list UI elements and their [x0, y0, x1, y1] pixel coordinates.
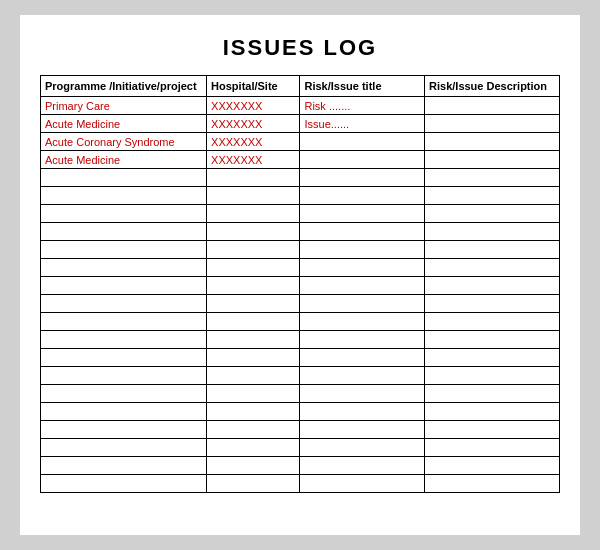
cell-programme: Acute Medicine [41, 115, 207, 133]
cell-risk_title [300, 457, 425, 475]
table-row: Acute MedicineXXXXXXX [41, 151, 560, 169]
cell-programme [41, 475, 207, 493]
header-risk-desc: Risk/Issue Description [425, 76, 560, 97]
table-row: Acute MedicineXXXXXXXIssue...... [41, 115, 560, 133]
cell-hospital [207, 403, 300, 421]
issues-log-table: Programme /Initiative/project Hospital/S… [40, 75, 560, 493]
cell-risk_desc [425, 115, 560, 133]
cell-hospital [207, 385, 300, 403]
cell-risk_desc [425, 187, 560, 205]
table-row [41, 385, 560, 403]
cell-risk_title [300, 295, 425, 313]
cell-hospital [207, 295, 300, 313]
table-row [41, 277, 560, 295]
cell-risk_desc [425, 277, 560, 295]
page: ISSUES LOG Programme /Initiative/project… [20, 15, 580, 535]
table-row [41, 313, 560, 331]
cell-hospital: XXXXXXX [207, 151, 300, 169]
cell-programme [41, 205, 207, 223]
cell-hospital [207, 169, 300, 187]
cell-hospital [207, 439, 300, 457]
cell-risk_desc [425, 169, 560, 187]
cell-risk_desc [425, 133, 560, 151]
table-row [41, 187, 560, 205]
page-title: ISSUES LOG [223, 35, 377, 61]
cell-programme [41, 295, 207, 313]
cell-hospital [207, 457, 300, 475]
cell-hospital [207, 331, 300, 349]
cell-risk_desc [425, 313, 560, 331]
cell-risk_title [300, 205, 425, 223]
cell-risk_desc [425, 367, 560, 385]
cell-hospital [207, 367, 300, 385]
header-hospital: Hospital/Site [207, 76, 300, 97]
table-row [41, 367, 560, 385]
cell-risk_desc [425, 151, 560, 169]
cell-programme: Acute Medicine [41, 151, 207, 169]
cell-hospital [207, 241, 300, 259]
cell-risk_desc [425, 457, 560, 475]
cell-programme [41, 367, 207, 385]
cell-hospital [207, 277, 300, 295]
cell-programme [41, 241, 207, 259]
cell-programme [41, 169, 207, 187]
cell-programme [41, 439, 207, 457]
cell-risk_desc [425, 349, 560, 367]
cell-hospital [207, 349, 300, 367]
table-row [41, 169, 560, 187]
table-row [41, 439, 560, 457]
cell-hospital [207, 187, 300, 205]
table-row: Primary CareXXXXXXXRisk ....... [41, 97, 560, 115]
table-row [41, 223, 560, 241]
cell-programme [41, 277, 207, 295]
cell-hospital [207, 421, 300, 439]
cell-risk_title [300, 331, 425, 349]
cell-risk_desc [425, 331, 560, 349]
cell-risk_title [300, 403, 425, 421]
cell-risk_desc [425, 97, 560, 115]
header-programme: Programme /Initiative/project [41, 76, 207, 97]
cell-risk_desc [425, 439, 560, 457]
table-row [41, 205, 560, 223]
table-row [41, 331, 560, 349]
cell-risk_title [300, 187, 425, 205]
cell-hospital: XXXXXXX [207, 97, 300, 115]
cell-programme: Acute Coronary Syndrome [41, 133, 207, 151]
table-container: Programme /Initiative/project Hospital/S… [40, 75, 560, 515]
cell-programme [41, 331, 207, 349]
cell-programme [41, 349, 207, 367]
cell-programme [41, 187, 207, 205]
cell-risk_title [300, 313, 425, 331]
table-row [41, 349, 560, 367]
table-row [41, 403, 560, 421]
table-body: Primary CareXXXXXXXRisk .......Acute Med… [41, 97, 560, 493]
table-row [41, 421, 560, 439]
cell-risk_desc [425, 241, 560, 259]
cell-risk_desc [425, 403, 560, 421]
table-row [41, 241, 560, 259]
cell-risk_title [300, 349, 425, 367]
cell-programme [41, 223, 207, 241]
cell-risk_title [300, 439, 425, 457]
cell-hospital: XXXXXXX [207, 133, 300, 151]
table-row [41, 457, 560, 475]
cell-risk_desc [425, 295, 560, 313]
cell-risk_desc [425, 421, 560, 439]
cell-hospital [207, 475, 300, 493]
header-risk-title: Risk/Issue title [300, 76, 425, 97]
cell-risk_desc [425, 223, 560, 241]
cell-hospital [207, 223, 300, 241]
cell-risk_title: Issue...... [300, 115, 425, 133]
cell-programme [41, 313, 207, 331]
cell-risk_title [300, 367, 425, 385]
cell-risk_title [300, 421, 425, 439]
table-row [41, 475, 560, 493]
table-row [41, 295, 560, 313]
cell-risk_title [300, 475, 425, 493]
table-row [41, 259, 560, 277]
cell-risk_desc [425, 475, 560, 493]
cell-programme [41, 457, 207, 475]
cell-risk_desc [425, 205, 560, 223]
cell-risk_title [300, 385, 425, 403]
cell-risk_title [300, 241, 425, 259]
